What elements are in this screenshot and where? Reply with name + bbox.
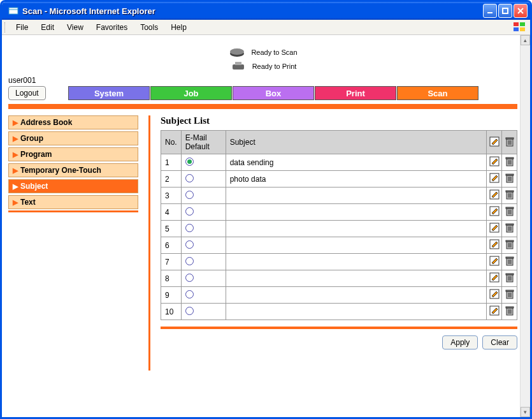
divider-bar [8, 104, 517, 109]
vertical-scrollbar[interactable]: ▴ ▾ [520, 35, 530, 417]
arrow-icon: ▶ [13, 135, 18, 143]
content-area: ▴ ▾ Ready to Scan Ready to Print [2, 35, 530, 417]
edit-icon[interactable] [489, 272, 500, 283]
svg-rect-39 [506, 207, 514, 209]
maximize-button[interactable] [498, 4, 512, 18]
sidebar: ▶Address Book▶Group▶Program▶Temporary On… [8, 115, 143, 371]
status-print-text: Ready to Print [252, 62, 297, 70]
default-radio[interactable] [185, 224, 194, 232]
delete-icon[interactable] [504, 156, 515, 167]
logout-button[interactable]: Logout [8, 86, 46, 100]
cell-no: 9 [161, 287, 182, 304]
edit-icon[interactable] [489, 172, 500, 184]
tab-print[interactable]: Print [315, 86, 396, 100]
default-radio[interactable] [185, 274, 194, 282]
delete-icon[interactable] [504, 239, 515, 250]
default-radio[interactable] [185, 307, 194, 315]
default-radio[interactable] [185, 158, 194, 166]
svg-rect-63 [506, 274, 514, 275]
edit-icon[interactable] [489, 288, 500, 300]
scroll-track[interactable] [521, 45, 530, 407]
svg-rect-57 [506, 257, 514, 258]
delete-header-icon[interactable] [504, 136, 515, 147]
default-radio[interactable] [185, 257, 194, 265]
arrow-icon: ▶ [13, 151, 18, 159]
cell-default [181, 187, 226, 204]
default-radio[interactable] [185, 174, 194, 182]
panel-divider [161, 327, 517, 329]
sidebar-item-program[interactable]: ▶Program [8, 147, 138, 161]
svg-rect-12 [235, 62, 241, 65]
sidebar-end-bar [8, 210, 138, 212]
tab-system[interactable]: System [68, 86, 150, 100]
svg-rect-27 [506, 174, 514, 175]
tab-job[interactable]: Job [150, 86, 232, 100]
cell-no: 8 [161, 270, 182, 287]
menu-edit[interactable]: Edit [34, 21, 61, 34]
cell-no: 5 [161, 221, 182, 237]
cell-subject [226, 187, 486, 204]
table-row: 9 [161, 287, 517, 304]
table-row: 6 [161, 237, 517, 254]
menu-help[interactable]: Help [164, 21, 193, 34]
delete-icon[interactable] [504, 288, 515, 300]
sidebar-item-label: Temporary One-Touch [20, 166, 101, 175]
default-radio[interactable] [185, 207, 194, 216]
cell-default [181, 154, 226, 171]
delete-icon[interactable] [504, 189, 515, 200]
delete-icon[interactable] [504, 272, 515, 283]
delete-icon[interactable] [504, 305, 515, 316]
sidebar-item-text[interactable]: ▶Text [8, 195, 138, 209]
menu-view[interactable]: View [61, 21, 90, 34]
edit-icon[interactable] [489, 255, 500, 267]
ie-app-icon [8, 6, 18, 16]
sidebar-item-group[interactable]: ▶Group [8, 131, 138, 145]
cell-default [181, 171, 226, 187]
default-radio[interactable] [185, 240, 194, 249]
tab-scan[interactable]: Scan [397, 86, 478, 100]
sidebar-item-subject[interactable]: ▶Subject [8, 179, 138, 193]
arrow-icon: ▶ [13, 119, 18, 127]
edit-header-icon[interactable] [489, 136, 500, 147]
edit-icon[interactable] [489, 189, 500, 200]
edit-icon[interactable] [489, 305, 500, 316]
default-radio[interactable] [185, 290, 194, 298]
scroll-up-arrow-icon[interactable]: ▴ [521, 35, 530, 45]
device-status: Ready to Scan Ready to Print [8, 45, 517, 73]
svg-rect-8 [520, 27, 525, 31]
apply-button[interactable]: Apply [442, 335, 478, 349]
edit-icon[interactable] [489, 239, 500, 250]
table-row: 5 [161, 221, 517, 237]
cell-subject [226, 287, 486, 304]
delete-icon[interactable] [504, 222, 515, 233]
cell-default [181, 254, 226, 270]
scroll-down-arrow-icon[interactable]: ▾ [521, 407, 530, 417]
browser-window: Scan - Microsoft Internet Explorer File … [0, 0, 532, 419]
cell-subject: data sending [226, 154, 486, 171]
minimize-button[interactable] [483, 4, 497, 18]
delete-icon[interactable] [504, 172, 515, 184]
sidebar-item-temporary-one-touch[interactable]: ▶Temporary One-Touch [8, 163, 138, 177]
cell-no: 6 [161, 237, 182, 254]
edit-icon[interactable] [489, 205, 500, 217]
menu-favorites[interactable]: Favorites [90, 21, 134, 34]
cell-default [181, 221, 226, 237]
sidebar-item-label: Program [20, 150, 52, 159]
sidebar-item-address-book[interactable]: ▶Address Book [8, 115, 138, 129]
cell-no: 1 [161, 154, 182, 171]
menu-file[interactable]: File [10, 21, 34, 34]
cell-subject: photo data [226, 171, 486, 187]
delete-icon[interactable] [504, 255, 515, 267]
clear-button[interactable]: Clear [482, 335, 517, 349]
delete-icon[interactable] [504, 205, 515, 217]
close-button[interactable] [514, 4, 528, 18]
tab-box[interactable]: Box [233, 86, 314, 100]
menubar-grip-icon [4, 22, 8, 33]
col-delete [502, 131, 517, 154]
edit-icon[interactable] [489, 156, 500, 167]
default-radio[interactable] [185, 191, 194, 199]
svg-point-10 [230, 48, 244, 55]
cell-subject [226, 254, 486, 270]
menu-tools[interactable]: Tools [134, 21, 164, 34]
edit-icon[interactable] [489, 222, 500, 233]
